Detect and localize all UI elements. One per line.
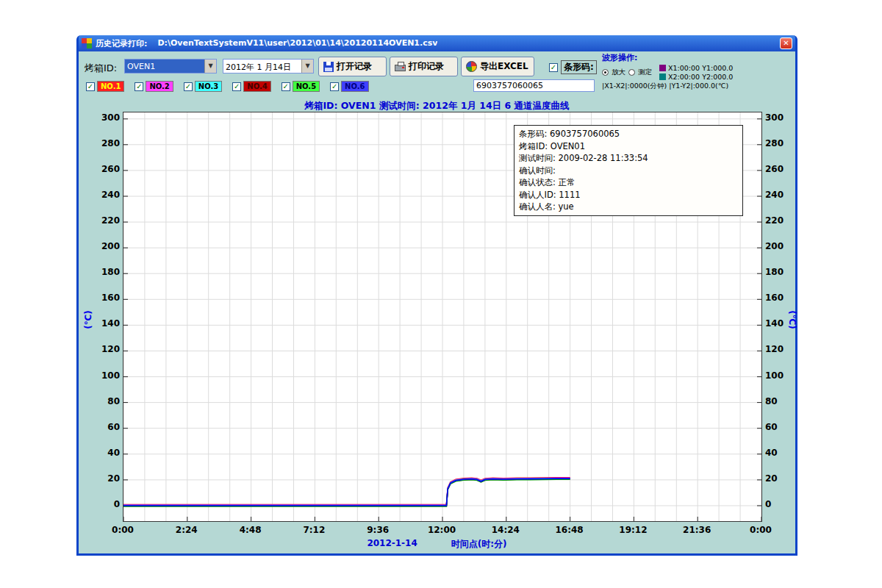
- cursor1-swatch: [659, 65, 666, 71]
- y-axis-label: 100: [92, 370, 120, 381]
- y-axis-label: 120: [92, 344, 120, 354]
- chevron-down-icon[interactable]: ▼: [301, 60, 313, 73]
- x-axis-label: 16:48: [552, 525, 587, 535]
- info-box-line: 确认人ID: 1111: [519, 189, 738, 201]
- y-axis-label: 60: [765, 422, 793, 432]
- checkbox-icon[interactable]: ✓: [282, 82, 290, 91]
- cursor1-readout: X1:00:00 Y1:000.0: [668, 64, 733, 72]
- checkbox-icon[interactable]: ✓: [135, 82, 143, 91]
- y-axis-unit-right: (℃): [787, 310, 797, 329]
- info-box-line: 确认时间:: [519, 165, 738, 177]
- x-axis-label: 0:00: [105, 525, 140, 535]
- y-axis-label: 160: [765, 293, 793, 303]
- y-axis-label: 280: [765, 138, 793, 148]
- y-axis-label: 140: [92, 318, 120, 329]
- oven-id-value: OVEN1: [125, 60, 204, 73]
- info-box-line: 测试时间: 2009-02-28 11:33:54: [519, 152, 738, 165]
- x-axis-label: 4:48: [233, 525, 268, 535]
- x-axis-label: 12:00: [424, 525, 459, 535]
- oven-id-select[interactable]: OVEN1 ▼: [124, 59, 217, 74]
- window-title-app: 历史记录打印:: [96, 38, 147, 49]
- cursor-delta-readout: |X1-X2|:0000(分钟) |Y1-Y2|:000.0(℃): [602, 82, 728, 91]
- y-axis-label: 40: [92, 448, 120, 458]
- checkbox-icon[interactable]: ✓: [549, 63, 558, 72]
- x-axis-label: 2:24: [169, 525, 204, 535]
- print-record-button[interactable]: 打印记录: [390, 57, 458, 76]
- y-axis-label: 240: [765, 190, 793, 200]
- y-axis-label: 80: [765, 396, 793, 406]
- app-icon: [82, 38, 92, 49]
- y-axis-label: 240: [92, 190, 120, 200]
- y-axis-label: 80: [92, 396, 120, 406]
- chevron-down-icon[interactable]: ▼: [204, 60, 216, 73]
- y-axis-label: 220: [765, 215, 793, 226]
- info-box-line: 确认状态: 正常: [519, 176, 738, 189]
- channel-label: NO.4: [243, 81, 270, 92]
- date-value: 2012年 1 月14日: [223, 60, 301, 73]
- chart-date-label: 2012-1-14: [367, 538, 417, 551]
- channel-row: ✓NO.1✓NO.2✓NO.3✓NO.4✓NO.5✓NO.6: [86, 81, 369, 92]
- channel-label: NO.5: [293, 81, 320, 92]
- print-record-label: 打印记录: [409, 60, 444, 73]
- titlebar[interactable]: 历史记录打印: D:\OvenTextSystemV11\user\2012\0…: [79, 35, 795, 51]
- zoom-radio[interactable]: [602, 69, 609, 76]
- y-axis-label: 300: [765, 112, 793, 123]
- y-axis-label: 200: [92, 241, 120, 251]
- x-labels: 0:002:244:487:129:3612:0014:2416:4819:12…: [79, 525, 795, 537]
- info-box-line: 条形码: 6903757060065: [519, 128, 738, 140]
- checkbox-icon[interactable]: ✓: [330, 82, 339, 91]
- open-record-button[interactable]: 打开记录: [318, 57, 387, 76]
- window-title: 历史记录打印: D:\OvenTextSystemV11\user\2012\0…: [96, 38, 437, 49]
- checkbox-icon[interactable]: ✓: [232, 82, 241, 91]
- y-axis-label: 260: [765, 164, 793, 174]
- info-box: 条形码: 6903757060065烤箱ID: OVEN01测试时间: 2009…: [514, 125, 743, 216]
- info-box-line: 烤箱ID: OVEN01: [519, 140, 738, 153]
- y-axis-label: 100: [765, 370, 793, 381]
- barcode-label: 条形码:: [561, 60, 597, 74]
- channel-toggle-NO.2[interactable]: ✓NO.2: [135, 81, 173, 92]
- y-axis-label: 300: [92, 112, 120, 123]
- export-excel-button[interactable]: 导出EXCEL: [461, 57, 534, 76]
- cursor2-swatch: [659, 74, 666, 80]
- y-axis-label: 200: [765, 241, 793, 251]
- channel-toggle-NO.3[interactable]: ✓NO.3: [184, 81, 222, 92]
- channel-label: NO.2: [146, 81, 173, 92]
- y-axis-label: 160: [92, 293, 120, 303]
- y-axis-label: 220: [92, 215, 120, 226]
- export-excel-label: 导出EXCEL: [480, 60, 528, 73]
- wave-operations-title: 波形操作:: [602, 52, 793, 63]
- channel-label: NO.6: [341, 81, 368, 92]
- y-axis-label: 60: [92, 422, 120, 432]
- x-axis-label: 14:24: [488, 525, 523, 535]
- y-axis-label: 120: [765, 344, 793, 354]
- x-axis-label: 0:00: [743, 525, 778, 535]
- y-labels-left: 0204060801001201401601802002202402602803…: [92, 51, 120, 551]
- channel-label: NO.3: [195, 81, 222, 92]
- x-axis-caption: 2012-1-14 时间点(时:分): [79, 538, 795, 551]
- x-axis-label: 9:36: [360, 525, 395, 535]
- channel-toggle-NO.6[interactable]: ✓NO.6: [330, 81, 368, 92]
- x-axis-label: 7:12: [296, 525, 331, 535]
- channel-toggle-NO.5[interactable]: ✓NO.5: [282, 81, 320, 92]
- y-axis-label: 20: [92, 473, 120, 484]
- checkbox-icon[interactable]: ✓: [184, 82, 193, 91]
- app-window: 历史记录打印: D:\OvenTextSystemV11\user\2012\0…: [76, 35, 797, 556]
- y-axis-label: 20: [765, 473, 793, 484]
- x-axis-label: 21:36: [679, 525, 714, 535]
- measure-radio-label: 测定: [638, 68, 652, 77]
- window-title-path: D:\OvenTextSystemV11\user\2012\01\14\201…: [157, 38, 437, 49]
- date-select[interactable]: 2012年 1 月14日 ▼: [223, 59, 314, 74]
- wave-operations-panel: 波形操作: 放大 测定 X1:00:00 Y1:000.0 X2:00:00 Y…: [602, 52, 793, 91]
- y-axis-unit-left: (℃): [83, 310, 93, 329]
- barcode-input[interactable]: [473, 79, 595, 92]
- window-client: 烤箱ID: OVEN1 ▼ 2012年 1 月14日 ▼ 打开记录 打印记录 导…: [79, 51, 795, 553]
- y-axis-label: 0: [765, 499, 793, 509]
- x-axis-title: 时间点(时:分): [451, 538, 507, 551]
- x-axis-label: 19:12: [615, 525, 650, 535]
- barcode-checkbox[interactable]: ✓ 条形码:: [549, 60, 597, 74]
- measure-radio[interactable]: [628, 69, 635, 76]
- y-axis-label: 0: [92, 499, 120, 509]
- channel-toggle-NO.4[interactable]: ✓NO.4: [232, 81, 270, 92]
- y-axis-label: 180: [92, 267, 120, 277]
- close-button[interactable]: ✕: [780, 37, 792, 49]
